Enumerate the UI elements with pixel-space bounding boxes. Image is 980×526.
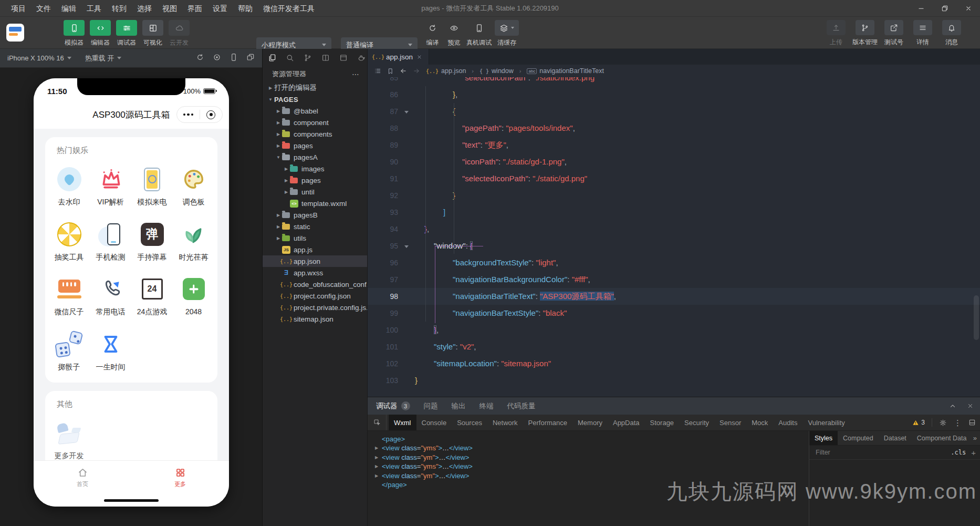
tool-item[interactable]: 抽奖工具 [48, 214, 90, 269]
tree-row[interactable]: ▶pages [263, 174, 367, 186]
toolbar-action-external[interactable]: 测试号 [881, 20, 906, 47]
tool-item[interactable]: 常用电话 [90, 269, 131, 324]
styles-tab-dataset[interactable]: Dataset [879, 431, 912, 445]
tree-row[interactable]: ▶until [263, 186, 367, 198]
debugger-tab[interactable]: 代码质量 [507, 397, 536, 415]
more-dots-icon[interactable] [177, 114, 200, 116]
files-button[interactable] [268, 54, 276, 62]
app-logo-avatar[interactable] [6, 24, 24, 42]
tree-row[interactable]: ▶utils [263, 232, 367, 244]
nav-back-icon[interactable] [400, 67, 407, 75]
expand-arrow-icon[interactable]: ▶ [375, 471, 382, 480]
toolbar-button-phone[interactable]: 模拟器 [62, 20, 86, 47]
tab-app-json[interactable]: {..} app.json [368, 49, 429, 65]
expand-arrow-icon[interactable]: ▶ [375, 453, 382, 462]
wxml-node-row[interactable]: <page> [375, 435, 809, 444]
breadcrumb-segment[interactable]: abcnavigationBarTitleText [527, 67, 603, 75]
toolbar-button-code[interactable]: 编辑器 [89, 20, 112, 47]
toolbar-action-bell[interactable]: 消息 [939, 20, 964, 47]
styles-tab-component-data[interactable]: Component Data [912, 431, 972, 445]
wxml-node-row[interactable]: ▶<view class="yms">…</view> [375, 462, 809, 471]
tool-item[interactable]: 掷骰子 [48, 324, 90, 379]
sim-device-button[interactable] [230, 53, 238, 63]
tool-item[interactable]: 2424点游戏 [131, 269, 173, 324]
sim-refresh-button[interactable] [196, 53, 204, 63]
expand-arrow-icon[interactable]: ▶ [375, 444, 382, 452]
kebab-menu-icon[interactable]: ⋮ [954, 419, 962, 427]
add-style-icon[interactable]: + [971, 448, 976, 457]
menu-item[interactable]: 视图 [158, 0, 182, 17]
menu-item[interactable]: 文件 [32, 0, 56, 17]
close-panel-icon[interactable] [967, 403, 974, 410]
tool-item[interactable]: 去水印 [48, 159, 90, 214]
toolbar-button-sliders[interactable]: 调试器 [115, 20, 138, 47]
menu-item[interactable]: 项目 [6, 0, 30, 17]
restore-button[interactable] [933, 0, 956, 17]
inspect-element-button[interactable] [368, 415, 387, 430]
fold-gutter[interactable] [398, 103, 415, 120]
tabs-overflow-icon[interactable]: » [973, 434, 977, 442]
collapse-panel-icon[interactable] [949, 403, 956, 410]
devtools-tab-security[interactable]: Security [679, 415, 714, 430]
tree-row[interactable]: JSapp.js [263, 244, 367, 255]
toolbar-button-grid[interactable]: 可视化 [141, 20, 164, 47]
devtools-tab-audits[interactable]: Audits [773, 415, 802, 430]
compile-action-layers[interactable]: 清缓存 [495, 20, 519, 47]
wxml-node-row[interactable]: </page> [375, 480, 809, 489]
devtools-tab-memory[interactable]: Memory [572, 415, 608, 430]
tree-row[interactable]: <>template.wxml [263, 198, 367, 209]
tool-item[interactable]: VIP解析 [90, 159, 131, 214]
sim-record-button[interactable] [213, 53, 221, 63]
tool-item[interactable]: 弹手持弹幕 [131, 214, 173, 269]
tree-row[interactable]: ▶pages [263, 140, 367, 151]
nav-forward-icon[interactable] [413, 67, 420, 75]
tool-item[interactable]: 微信尺子 [48, 269, 90, 324]
devtools-tab-sources[interactable]: Sources [452, 415, 487, 430]
close-target-icon[interactable] [200, 110, 223, 119]
close-icon[interactable] [416, 54, 422, 60]
wxml-node-row[interactable]: ▶<view class="ym">…</view> [375, 471, 809, 480]
menu-item[interactable]: 编辑 [57, 0, 81, 17]
window-button[interactable] [339, 54, 348, 62]
toolbar-button-cloud[interactable]: 云开发 [168, 20, 191, 47]
menu-item[interactable]: 帮助 [233, 0, 257, 17]
debugger-tab[interactable]: 终端 [479, 397, 494, 415]
tree-row[interactable]: ▶打开的编辑器 [263, 82, 367, 94]
tree-row[interactable]: {..}sitemap.json [263, 313, 367, 325]
toolbar-action-branch[interactable]: 版本管理 [852, 20, 878, 47]
tool-item[interactable]: 一生时间 [90, 324, 131, 379]
styles-filter-input[interactable] [815, 448, 945, 457]
menu-item[interactable]: 选择 [132, 0, 157, 17]
menu-item[interactable]: 微信开发者工具 [258, 0, 319, 17]
tool-item[interactable]: 手机检测 [90, 214, 131, 269]
tree-row[interactable]: ▶static [263, 221, 367, 232]
devtools-tab-storage[interactable]: Storage [645, 415, 680, 430]
devtools-tab-mock[interactable]: Mock [746, 415, 773, 430]
compile-action-device-debug[interactable]: 真机调试 [466, 20, 492, 47]
tree-row[interactable]: ▼PAGES [263, 94, 367, 105]
expand-arrow-icon[interactable]: ▶ [375, 462, 382, 471]
tool-item[interactable]: 2048 [173, 269, 214, 324]
tree-row[interactable]: ▼pagesA [263, 151, 367, 163]
devtools-tab-network[interactable]: Network [487, 415, 523, 430]
breadcrumb-segment[interactable]: { }window [479, 67, 514, 75]
styles-tab-computed[interactable]: Computed [838, 431, 879, 445]
menu-item[interactable]: 转到 [107, 0, 131, 17]
styles-tab-styles[interactable]: Styles [809, 431, 838, 445]
menu-item[interactable]: 界面 [183, 0, 207, 17]
tool-item[interactable]: 调色板 [173, 159, 214, 214]
device-selector[interactable]: iPhone X 100% 16 [7, 54, 71, 62]
tree-row[interactable]: {..}app.json [263, 255, 367, 267]
more-actions-icon[interactable]: ⋯ [352, 70, 360, 78]
teapot-button[interactable] [357, 54, 366, 62]
dock-side-button[interactable] [968, 419, 976, 426]
devtools-tab-vulnerability[interactable]: Vulnerability [802, 415, 850, 430]
debugger-tab[interactable]: 输出 [452, 397, 466, 415]
sim-windows2-button[interactable] [246, 53, 255, 63]
search-button[interactable] [286, 54, 294, 62]
menu-item[interactable]: 设置 [208, 0, 232, 17]
devtools-tab-sensor[interactable]: Sensor [714, 415, 746, 430]
tree-row[interactable]: ▶component [263, 117, 367, 128]
minimize-button[interactable] [909, 0, 933, 17]
debugger-tab[interactable]: 调试器3 [376, 397, 410, 415]
